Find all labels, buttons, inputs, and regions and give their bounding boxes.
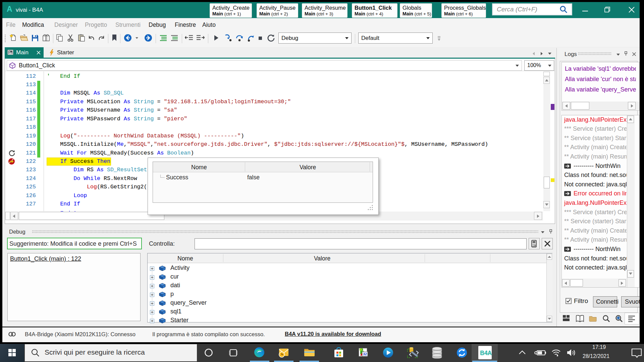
svg-text:32: 32: [363, 352, 367, 356]
